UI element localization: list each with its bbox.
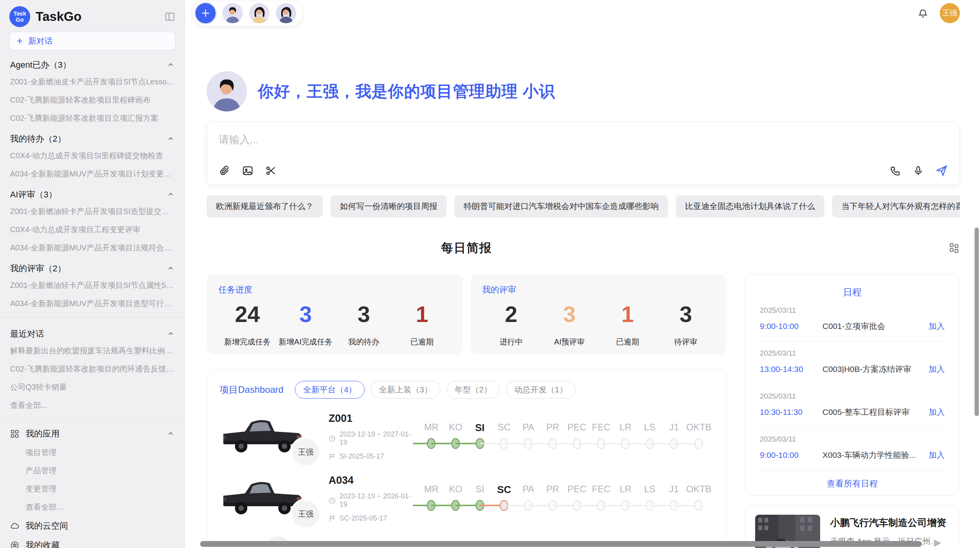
- join-meeting-link[interactable]: 加入: [929, 321, 945, 332]
- recent-chat-item[interactable]: C02-飞腾新能源轻客改款项目的闭环通告反馈情况: [9, 360, 175, 378]
- app-sub-item[interactable]: 产品管理: [9, 462, 175, 480]
- dashboard-title: 项目Dashboard: [219, 384, 283, 396]
- sidebar-conversation-item[interactable]: A034-全新新能源MUV产品开发项目造型可行性评审: [9, 295, 175, 313]
- sidebar-conversation-item[interactable]: Z001-全新燃油皮卡产品开发项目SI节点Lesson Learn报告: [9, 73, 175, 91]
- stat-label-text: 已逾期: [598, 337, 656, 347]
- dashboard-filter-chip[interactable]: 全新平台（4）: [295, 381, 365, 399]
- project-info: Z0012023-12-19 ~ 2027-01-19SI-2025-05-17: [317, 413, 415, 461]
- chevron-up-icon: [167, 135, 175, 143]
- scissors-icon[interactable]: [265, 165, 277, 176]
- notification-bell-icon[interactable]: [918, 8, 928, 19]
- milestone: J1: [662, 484, 686, 513]
- suggestion-chip[interactable]: 当下年轻人对汽车外观有怎样的喜好趋势: [832, 195, 960, 217]
- stats-row: 任务进度24新增完成任务3新增AI完成任务3我的待办1已逾期我的评审2进行中3A…: [207, 274, 726, 354]
- chevron-up-icon: [167, 265, 175, 272]
- clock-icon: [329, 497, 336, 504]
- new-chat-label: 新对话: [28, 36, 53, 46]
- schedule-time: 9:00-10:00: [760, 322, 819, 331]
- sidebar-conversation-item[interactable]: A034-全新新能源MUV产品开发项目计划变更表编写: [9, 165, 175, 183]
- milestone: LS: [637, 484, 662, 513]
- member-avatar[interactable]: [222, 2, 243, 24]
- sidebar-conversation-item[interactable]: C0X4-动力总成开发项目SI里程碑提交物检查: [9, 147, 175, 165]
- stat-card: 任务进度24新增完成任务3新增AI完成任务3我的待办1已逾期: [207, 274, 463, 354]
- milestone-label: PR: [541, 484, 565, 498]
- sidebar-collapse-icon[interactable]: [164, 11, 175, 22]
- schedule-name: C003|H0B-方案冻结评审: [822, 364, 925, 375]
- sidebar-section-header[interactable]: Agent已办（3）: [9, 53, 175, 73]
- user-avatar[interactable]: 王强: [940, 3, 960, 23]
- suggestion-chip[interactable]: 比亚迪全固态电池计划具体说了什么: [676, 195, 824, 217]
- recent-chats-header[interactable]: 最近对话: [9, 322, 175, 342]
- milestone: OKTB: [686, 484, 711, 513]
- phone-icon[interactable]: [890, 165, 901, 176]
- recent-chat-item[interactable]: 公司Q3轻卡销量: [9, 378, 175, 396]
- chat-input-card[interactable]: 请输入...: [207, 122, 960, 185]
- milestone-label: KO: [444, 484, 468, 498]
- recent-chat-item[interactable]: 查看全部...: [9, 396, 175, 414]
- stat-grid: 2进行中3AI预评审1已逾期3待评审: [482, 302, 715, 347]
- milestone: MR: [419, 422, 444, 451]
- dashboard-filter-chip[interactable]: 全新上装（3）: [371, 381, 440, 399]
- sidebar-section-header[interactable]: 我的待办（2）: [9, 127, 175, 147]
- schedule-list: 2025/03/119:00-10:00C001-立项审批会加入2025/03/…: [760, 298, 945, 470]
- input-toolbar-right: [890, 164, 948, 177]
- suggestion-chip[interactable]: 特朗普可能对进口汽车增税会对中国车企造成哪些影响: [454, 195, 668, 217]
- milestone-label: LS: [637, 484, 662, 498]
- content-row: 任务进度24新增完成任务3新增AI完成任务3我的待办1已逾期我的评审2进行中3A…: [207, 274, 960, 548]
- milestone-label: J1: [662, 484, 686, 498]
- view-all-schedule-link[interactable]: 查看所有日程: [760, 470, 945, 490]
- sidebar-section-header-label: AI评审（3）: [10, 189, 57, 200]
- suggestion-chip[interactable]: 欧洲新规最近颁布了什么？: [207, 195, 323, 217]
- dashboard-filter-chip[interactable]: 动总开发（1）: [506, 381, 576, 399]
- join-meeting-link[interactable]: 加入: [929, 364, 945, 375]
- sidebar-item-my-apps[interactable]: 我的应用: [9, 424, 175, 444]
- app-sub-item[interactable]: 项目管理: [9, 444, 175, 462]
- layout-grid-icon[interactable]: [948, 242, 960, 254]
- workspace-members: [192, 0, 303, 26]
- join-meeting-link[interactable]: 加入: [929, 407, 945, 418]
- send-icon[interactable]: [935, 164, 948, 177]
- greeting-text: 你好，王强，我是你的项目管理助理 小识: [258, 81, 555, 102]
- sidebar-section-header-label: 我的待办（2）: [10, 133, 66, 145]
- schedule-item: 2025/03/119:00-10:00X003-车辆动力学性能验...加入: [760, 427, 945, 470]
- app-sub-item[interactable]: 变更管理: [9, 480, 175, 498]
- milestone: PR: [541, 422, 565, 451]
- sidebar-item-favorites[interactable]: 我的收藏: [9, 536, 175, 548]
- stat-label-text: 新增完成任务: [218, 337, 276, 347]
- sidebar-conversation-item[interactable]: Z001-全新燃油轻卡产品开发项目SI造型提交物评审: [9, 202, 175, 221]
- sidebar-item-cloud-space[interactable]: 我的云空间: [9, 516, 175, 536]
- dashboard-header: 项目Dashboard 全新平台（4）全新上装（3）年型（2）动总开发（1）: [219, 381, 714, 399]
- sidebar-header: Task Go TaskGo: [0, 5, 185, 32]
- sidebar-section-header[interactable]: AI评审（3）: [9, 183, 175, 202]
- member-avatar[interactable]: [275, 2, 297, 24]
- scroll-right-arrow-icon[interactable]: ▶: [934, 537, 941, 548]
- flag-icon: [329, 515, 336, 522]
- dashboard-filter-chip[interactable]: 年型（2）: [447, 381, 500, 399]
- chat-input[interactable]: 请输入...: [219, 133, 948, 147]
- recent-chat-item[interactable]: 解释最新出台的欧盟报废车法规再生塑料比例被调至15%...: [9, 342, 175, 360]
- sidebar-conversation-item[interactable]: C02-飞腾新能源轻客改款项目里程碑画布: [9, 91, 175, 109]
- sidebar-conversation-item[interactable]: C0X4-动力总成开发项目工程变更评审: [9, 221, 175, 239]
- plus-icon: [16, 37, 24, 45]
- add-member-button[interactable]: [194, 2, 217, 24]
- sidebar-section-header[interactable]: 我的评审（2）: [9, 257, 175, 276]
- app-sub-item[interactable]: 查看全部...: [9, 498, 175, 516]
- suggestion-chip[interactable]: 如何写一份清晰的项目周报: [331, 195, 447, 217]
- logo-line1: Task: [13, 10, 26, 17]
- vertical-scrollbar[interactable]: [975, 228, 979, 416]
- stat-value: 3: [335, 302, 393, 327]
- horizontal-scrollbar[interactable]: [200, 541, 922, 547]
- mic-icon[interactable]: [913, 165, 924, 176]
- paperclip-icon[interactable]: [219, 165, 230, 176]
- milestone-label: SC: [492, 484, 516, 498]
- project-row: 王强A0342023-12-19 ~ 2026-01-19SC-2025-05-…: [219, 474, 714, 522]
- join-meeting-link[interactable]: 加入: [929, 450, 945, 461]
- sidebar-conversation-item[interactable]: C02-飞腾新能源轻客改款项目立项汇报方案: [9, 109, 175, 127]
- schedule-item: 2025/03/1113:00-14:30C003|H0B-方案冻结评审加入: [760, 341, 945, 384]
- sidebar-conversation-item[interactable]: Z001-全新燃油轻卡产品开发项目SI节点属性5D文件评审: [9, 276, 175, 295]
- sidebar-conversation-item[interactable]: A034-全新新能源MUV产品开发项目法规符合性评审: [9, 239, 175, 257]
- member-avatar[interactable]: [248, 2, 270, 24]
- new-chat-button[interactable]: 新对话: [9, 32, 175, 50]
- milestone: SI: [468, 484, 492, 513]
- image-icon[interactable]: [242, 165, 254, 176]
